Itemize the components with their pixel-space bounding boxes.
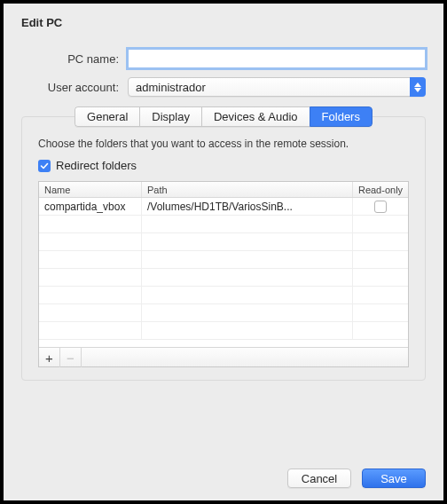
tab-display[interactable]: Display xyxy=(139,106,201,127)
chevron-up-down-icon xyxy=(410,77,426,97)
user-account-select[interactable]: administrador xyxy=(128,77,426,97)
settings-panel: General Display Devices & Audio Folders … xyxy=(21,116,426,381)
edit-pc-dialog: Edit PC PC name: User account: administr… xyxy=(4,4,443,500)
pc-name-row: PC name: xyxy=(21,49,426,68)
cancel-button[interactable]: Cancel xyxy=(287,469,351,488)
user-account-label: User account: xyxy=(21,81,128,94)
cell-readonly xyxy=(353,198,408,215)
folders-panel: Choose the folders that you want to acce… xyxy=(22,138,425,367)
minus-icon: − xyxy=(67,350,74,366)
col-header-name[interactable]: Name xyxy=(39,182,142,197)
dialog-header: Edit PC xyxy=(4,4,443,35)
dialog-title: Edit PC xyxy=(21,16,426,29)
tab-devices-audio[interactable]: Devices & Audio xyxy=(201,106,310,127)
save-button[interactable]: Save xyxy=(362,469,426,488)
table-row[interactable]: compartida_vbox /Volumes/HD1TB/VariosSin… xyxy=(39,198,408,216)
pc-name-label: PC name: xyxy=(21,52,128,66)
add-folder-button[interactable]: + xyxy=(39,348,60,367)
folders-table: Name Path Read-only compartida_vbox /Vol… xyxy=(38,181,409,367)
cell-path: /Volumes/HD1TB/VariosSinB... xyxy=(142,198,353,215)
tab-general[interactable]: General xyxy=(74,106,139,127)
readonly-checkbox[interactable] xyxy=(374,201,387,213)
dialog-footer: Cancel Save xyxy=(287,469,426,488)
cell-name: compartida_vbox xyxy=(39,198,142,215)
remove-folder-button[interactable]: − xyxy=(60,348,82,367)
tabs: General Display Devices & Audio Folders xyxy=(22,106,425,127)
plus-icon: + xyxy=(45,350,53,366)
user-account-value: administrador xyxy=(136,81,206,94)
table-body: compartida_vbox /Volumes/HD1TB/VariosSin… xyxy=(39,198,408,347)
redirect-folders-row: Redirect folders xyxy=(38,159,409,172)
col-header-path[interactable]: Path xyxy=(142,182,353,197)
user-account-row: User account: administrador xyxy=(21,77,426,97)
form-area: PC name: User account: administrador xyxy=(4,35,443,116)
pc-name-input[interactable] xyxy=(128,49,426,68)
table-footer: + − xyxy=(39,347,408,366)
table-header: Name Path Read-only xyxy=(39,182,408,198)
redirect-folders-label: Redirect folders xyxy=(56,159,137,172)
col-header-readonly[interactable]: Read-only xyxy=(353,182,408,197)
redirect-folders-checkbox[interactable] xyxy=(38,160,51,172)
tab-folders[interactable]: Folders xyxy=(310,106,372,127)
folders-instruction: Choose the folders that you want to acce… xyxy=(38,138,409,150)
